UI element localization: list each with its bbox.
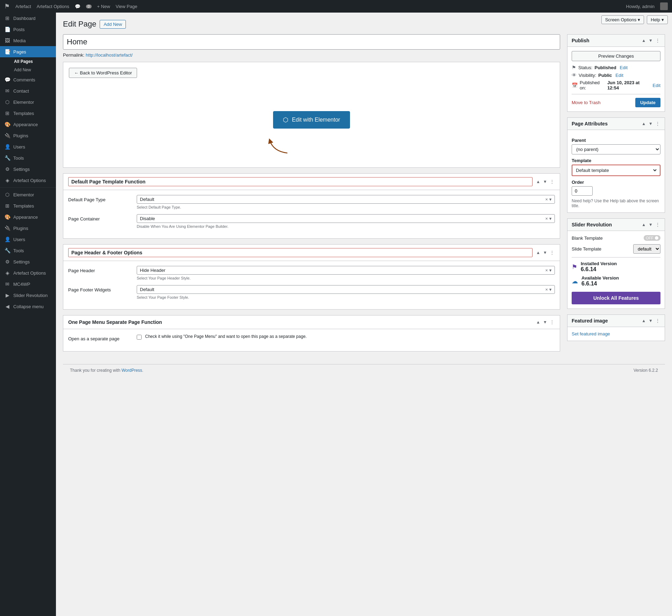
sr-up[interactable]: ▲ <box>641 222 646 228</box>
sidebar-item-templates1[interactable]: ⊞ Templates <box>0 108 56 119</box>
elementor-icon: ⬡ <box>4 99 10 105</box>
fi-up[interactable]: ▲ <box>641 318 646 324</box>
view-page-link[interactable]: View Page <box>116 4 137 9</box>
sidebar-item-plugins2[interactable]: 🔌 Plugins <box>0 223 56 234</box>
sidebar-item-slider-revolution[interactable]: ▶ Slider Revolution <box>0 290 56 301</box>
sidebar-item-appearance2[interactable]: 🎨 Appearance <box>0 211 56 223</box>
permalink-link[interactable]: http://localhost/artefact/ <box>86 52 133 58</box>
screen-options-button[interactable]: Screen Options ▾ <box>601 15 644 24</box>
default-page-type-select[interactable]: Default × ▾ <box>137 195 555 204</box>
artefact-options-link[interactable]: Artefact Options <box>37 4 69 9</box>
site-name[interactable]: Artefact <box>15 4 31 9</box>
sidebar-item-settings2[interactable]: ⚙ Settings <box>0 256 56 267</box>
publish-collapse-down[interactable]: ▼ <box>648 37 653 44</box>
sidebar-sub-all-pages[interactable]: All Pages <box>11 57 56 66</box>
sidebar-item-collapse[interactable]: ◀ Collapse menu <box>0 301 56 312</box>
help-button[interactable]: Help ▾ <box>647 15 668 24</box>
page-footer-select[interactable]: Default × ▾ <box>137 285 555 294</box>
back-to-wordpress-editor-button[interactable]: ← Back to WordPress Editor <box>69 68 137 78</box>
header-footer-controls: ▲ ▼ ⋮ <box>535 249 555 256</box>
page-header-clear-icon[interactable]: × <box>545 268 548 273</box>
pa-help-text: Need help? Use the Help tab above the sc… <box>572 198 660 208</box>
header-footer-down-button[interactable]: ▼ <box>542 249 548 256</box>
sidebar-sub-add-new[interactable]: Add New <box>11 66 56 74</box>
page-footer-clear-icon[interactable]: × <box>545 287 548 292</box>
sidebar-item-posts[interactable]: 📄 Posts <box>0 24 56 35</box>
available-version-cloud-icon: ☁ <box>572 277 578 285</box>
pa-drag[interactable]: ⋮ <box>655 121 660 127</box>
mc4wp-icon: ✉ <box>4 281 10 287</box>
new-link[interactable]: + New <box>97 4 110 9</box>
unlock-all-features-button[interactable]: Unlock All Features <box>572 292 660 304</box>
sidebar-item-users2[interactable]: 👤 Users <box>0 234 56 245</box>
open-separate-checkbox[interactable] <box>137 335 142 340</box>
page-container-select[interactable]: Disable × ▾ <box>137 214 555 223</box>
page-container-desc: Disable When You Are Using Elementor Pag… <box>137 224 555 229</box>
sidebar-item-pages[interactable]: 📑 Pages <box>0 46 56 57</box>
pa-up[interactable]: ▲ <box>641 121 646 127</box>
sidebar-item-artefact-options[interactable]: ◈ Artefact Options <box>0 175 56 186</box>
select-clear-icon[interactable]: × <box>545 197 548 202</box>
sidebar-item-tools2[interactable]: 🔧 Tools <box>0 245 56 256</box>
sidebar-item-templates2[interactable]: ⊞ Templates <box>0 200 56 211</box>
parent-select[interactable]: (no parent) <box>572 144 660 154</box>
tools-icon: 🔧 <box>4 155 10 161</box>
sidebar-item-dashboard[interactable]: ⊞ Dashboard <box>0 13 56 24</box>
visibility-edit-link[interactable]: Edit <box>615 73 623 78</box>
publish-collapse-up[interactable]: ▲ <box>641 37 646 44</box>
page-title-input[interactable] <box>63 34 560 50</box>
set-featured-image-link[interactable]: Set featured image <box>572 331 610 336</box>
comments-count[interactable]: 0 <box>86 5 92 8</box>
add-new-button[interactable]: Add New <box>100 20 126 29</box>
published-edit-link[interactable]: Edit <box>653 83 660 88</box>
edit-with-elementor-button[interactable]: ⬡ Edit with Elementor <box>273 111 350 129</box>
sidebar-item-contact[interactable]: ✉ Contact <box>0 85 56 96</box>
sidebar-item-artefact-options2[interactable]: ◈ Artefact Options <box>0 267 56 278</box>
sidebar-item-elementor2[interactable]: ⬡ Elementor <box>0 189 56 200</box>
fi-down[interactable]: ▼ <box>648 318 653 324</box>
pa-down[interactable]: ▼ <box>648 121 653 127</box>
one-page-up-button[interactable]: ▲ <box>535 319 541 325</box>
open-separate-label: Open as a separate page <box>68 334 131 341</box>
sidebar-item-media[interactable]: 🖼 Media <box>0 35 56 46</box>
one-page-drag-button[interactable]: ⋮ <box>549 319 555 325</box>
sr-down[interactable]: ▼ <box>648 222 653 228</box>
wordpress-link[interactable]: WordPress <box>121 368 142 373</box>
slide-template-select[interactable]: default <box>633 244 660 254</box>
status-edit-link[interactable]: Edit <box>620 65 628 70</box>
status-row: ⚑ Status: Published Edit <box>572 65 660 70</box>
one-page-down-button[interactable]: ▼ <box>542 319 548 325</box>
sidebar-item-settings[interactable]: ⚙ Settings <box>0 164 56 175</box>
publish-drag[interactable]: ⋮ <box>655 37 660 44</box>
slider-revolution-panel: Slider Revolution ▲ ▼ ⋮ Blank Template O… <box>567 218 665 309</box>
drag-button[interactable]: ⋮ <box>549 179 555 185</box>
move-to-trash-link[interactable]: Move to Trash <box>572 100 600 105</box>
sidebar-item-tools[interactable]: 🔧 Tools <box>0 152 56 164</box>
collapse-up-button[interactable]: ▲ <box>535 179 541 185</box>
preview-changes-button[interactable]: Preview Changes <box>572 51 660 61</box>
sidebar-item-appearance[interactable]: 🎨 Appearance <box>0 119 56 130</box>
sidebar-item-users[interactable]: 👤 Users <box>0 141 56 152</box>
sidebar-item-plugins[interactable]: 🔌 Plugins <box>0 130 56 141</box>
blank-template-toggle[interactable]: OFF <box>644 235 660 241</box>
available-version-info: Available Version 6.6.14 <box>581 275 619 287</box>
collapse-down-button[interactable]: ▼ <box>542 179 548 185</box>
elementor-logo-icon: ⬡ <box>283 116 288 124</box>
fi-drag[interactable]: ⋮ <box>655 318 660 324</box>
arrow-annotation <box>263 134 291 155</box>
template-select[interactable]: Default template <box>574 167 658 173</box>
page-container-clear-icon[interactable]: × <box>545 216 548 221</box>
sidebar-item-mc4wp[interactable]: ✉ MC4WP <box>0 278 56 290</box>
order-input[interactable] <box>572 186 593 196</box>
page-footer-row: Page Footer Widgets Default × ▾ Select Y… <box>68 285 555 299</box>
header-footer-up-button[interactable]: ▲ <box>535 249 541 256</box>
sidebar-item-comments[interactable]: 💬 Comments <box>0 74 56 85</box>
edit-area: ← Back to WordPress Editor ⬡ Edit with E… <box>63 62 560 168</box>
publish-panel-header: Publish ▲ ▼ ⋮ <box>567 35 665 47</box>
header-footer-drag-button[interactable]: ⋮ <box>549 249 555 256</box>
sr-drag[interactable]: ⋮ <box>655 222 660 228</box>
sidebar-item-elementor1[interactable]: ⬡ Elementor <box>0 96 56 108</box>
page-header-select[interactable]: Hide Header × ▾ <box>137 266 555 275</box>
update-button[interactable]: Update <box>635 98 660 107</box>
status-icon: ⚑ <box>572 65 576 70</box>
